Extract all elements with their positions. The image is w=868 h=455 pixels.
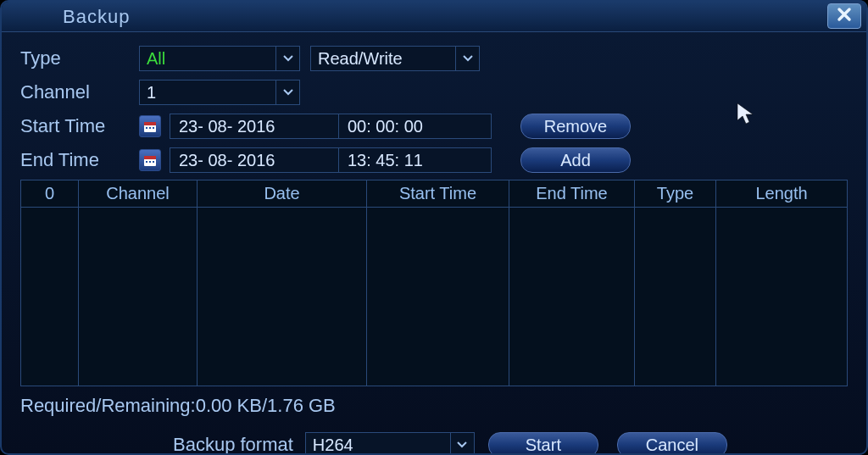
window-title: Backup <box>63 6 130 28</box>
calendar-icon[interactable] <box>139 115 161 137</box>
chevron-down-icon <box>275 80 299 104</box>
type-select[interactable]: All <box>139 46 300 71</box>
cancel-button[interactable]: Cancel <box>617 432 727 455</box>
content-area: Type All Read/Write Channel 1 <box>2 32 866 455</box>
svg-rect-1 <box>144 122 156 125</box>
svg-rect-7 <box>146 161 147 163</box>
col-type: Type <box>635 180 716 207</box>
start-time-input[interactable]: 00: 00: 00 <box>339 114 492 139</box>
remove-button[interactable]: Remove <box>520 114 631 139</box>
footer-row: Backup format H264 Start Cancel <box>20 432 848 455</box>
col-channel: Channel <box>79 180 198 207</box>
start-time-label: Start Time <box>20 115 139 137</box>
chevron-down-icon <box>455 47 479 70</box>
close-icon <box>837 7 852 25</box>
svg-rect-4 <box>153 127 154 129</box>
end-date-input[interactable]: 23- 08- 2016 <box>170 147 339 173</box>
svg-rect-8 <box>149 161 151 163</box>
channel-label: Channel <box>20 81 139 103</box>
mode-value: Read/Write <box>318 49 450 69</box>
channel-value: 1 <box>147 83 270 103</box>
mode-select[interactable]: Read/Write <box>310 46 480 71</box>
backup-window: Backup Type All Read/Write <box>0 0 868 455</box>
col-date: Date <box>198 180 367 207</box>
type-row: Type All Read/Write <box>20 44 848 73</box>
chevron-down-icon <box>275 47 299 70</box>
results-table: 0 Channel Date Start Time End Time Type … <box>20 180 848 386</box>
end-time-label: End Time <box>20 149 139 171</box>
calendar-icon[interactable] <box>139 149 161 171</box>
type-label: Type <box>20 47 139 69</box>
add-button[interactable]: Add <box>520 147 631 173</box>
table-header-row: 0 Channel Date Start Time End Time Type … <box>21 180 847 208</box>
status-text: Required/Remaining:0.00 KB/1.76 GB <box>20 395 848 417</box>
table-body <box>21 208 847 386</box>
close-button[interactable] <box>827 3 861 29</box>
channel-row: Channel 1 <box>20 78 848 107</box>
chevron-down-icon <box>450 433 474 455</box>
svg-rect-9 <box>153 161 154 163</box>
start-button[interactable]: Start <box>488 432 598 455</box>
backup-format-value: H264 <box>313 436 445 455</box>
channel-select[interactable]: 1 <box>139 80 300 105</box>
title-bar: Backup <box>2 2 866 32</box>
backup-format-select[interactable]: H264 <box>305 432 475 455</box>
col-index: 0 <box>21 180 79 207</box>
start-date-input[interactable]: 23- 08- 2016 <box>170 114 339 139</box>
end-time-input[interactable]: 13: 45: 11 <box>339 147 492 173</box>
col-start: Start Time <box>367 180 509 207</box>
end-time-row: End Time 23- 08- 2016 13: 45: 11 Add <box>20 146 848 175</box>
col-length: Length <box>716 180 847 207</box>
svg-rect-2 <box>146 127 147 129</box>
type-value: All <box>147 49 270 69</box>
svg-rect-6 <box>144 156 156 159</box>
col-end: End Time <box>509 180 635 207</box>
svg-rect-3 <box>149 127 151 129</box>
start-time-row: Start Time 23- 08- 2016 00: 00: 00 Remov… <box>20 112 848 141</box>
backup-format-label: Backup format <box>173 434 293 455</box>
